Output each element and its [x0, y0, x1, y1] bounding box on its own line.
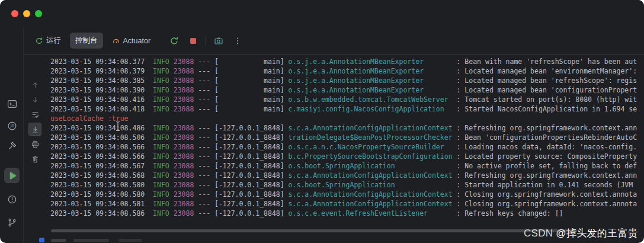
log-thread: --- [-127.0.0.1_8848] — [194, 181, 288, 189]
log-timestamp: 2023-03-15 09:34:08.390 — [50, 86, 153, 94]
rerun-button[interactable] — [168, 34, 181, 47]
rerun-icon — [35, 37, 43, 45]
log-level: INFO — [153, 86, 169, 94]
scroll-down-icon[interactable] — [28, 93, 41, 106]
tab-actuator[interactable]: Actuator — [107, 34, 156, 48]
log-logger: s.c.a.AnnotationConfigApplicationContext — [289, 200, 453, 208]
log-sep: : — [453, 162, 465, 170]
log-timestamp: 2023-03-15 09:34:08.580 — [50, 190, 153, 199]
log-message: Loading nacos data, dataId: 'nacos-confi… — [464, 143, 637, 151]
log-sep — [169, 143, 174, 151]
log-sep: : — [453, 57, 465, 66]
jrebel-icon[interactable]: JR — [4, 118, 20, 133]
log-pid: 23088 — [174, 95, 194, 104]
zoom-window-button[interactable] — [35, 10, 42, 17]
log-timestamp: 2023-03-15 09:34:08.581 — [50, 200, 153, 208]
log-timestamp: 2023-03-15 09:34:08.568 — [50, 171, 153, 180]
log-level: INFO — [153, 57, 169, 66]
log-message: Refreshing org.springframework.context.a… — [464, 124, 637, 132]
log-thread: --- [ main] — [194, 105, 288, 113]
log-level: INFO — [153, 76, 169, 85]
log-logger: o.s.j.e.a.AnnotationMBeanExporter — [289, 57, 453, 66]
print-icon[interactable] — [28, 138, 41, 151]
more-options-icon — [233, 36, 242, 46]
log-level: INFO — [153, 105, 169, 113]
console-log: 2023-03-15 09:34:08.377 INFO 23088 --- [… — [50, 57, 644, 218]
log-message: Located managed bean 'refreshScope': reg… — [464, 76, 637, 85]
log-logger: o.s.b.w.embedded.tomcat.TomcatWebServer — [289, 95, 453, 104]
log-level: INFO — [153, 171, 169, 180]
log-timestamp: 2023-03-15 09:34:08.506 — [50, 133, 153, 142]
log-message: Bean with name 'refreshScope' has been a… — [464, 57, 637, 66]
log-message: No active profile set, falling back to d… — [464, 162, 637, 170]
log-line: 2023-03-15 09:34:08.390 INFO 23088 --- [… — [50, 85, 644, 95]
log-logger: o.s.j.e.a.AnnotationMBeanExporter — [289, 86, 453, 94]
watermark-brand: CSDN — [524, 228, 556, 239]
git-branch-icon[interactable] — [4, 215, 20, 230]
log-timestamp: 2023-03-15 09:34:08.586 — [50, 209, 153, 218]
log-logger: trationDelegate$BeanPostProcessorChecker — [289, 133, 453, 142]
log-logger: c.masiyi.config.NacosConfigApplication — [289, 105, 453, 113]
log-line: 2023-03-15 09:34:08.416 INFO 23088 --- [… — [50, 95, 644, 104]
log-line: 2023-03-15 09:34:08.580 INFO 23088 --- [… — [50, 180, 644, 190]
tab-run-label: 运行 — [46, 36, 61, 46]
log-line: useLocalCache :true — [50, 114, 644, 123]
console-toolbar — [24, 55, 46, 243]
log-logger: o.s.boot.SpringApplication — [289, 162, 453, 170]
log-thread: --- [-127.0.0.1_8848] — [194, 133, 288, 142]
log-message: Tomcat started on port(s): 8080 (http) w… — [464, 95, 637, 104]
horizontal-scrollbar[interactable] — [51, 229, 577, 232]
thread-dump-button[interactable] — [212, 34, 225, 47]
log-line: 2023-03-15 09:34:08.580 INFO 23088 --- [… — [50, 190, 644, 199]
titlebar — [0, 0, 644, 27]
log-line: 2023-03-15 09:34:08.568 INFO 23088 --- [… — [50, 171, 644, 180]
build-tool-icon[interactable] — [4, 138, 20, 154]
log-pid: 23088 — [174, 76, 194, 85]
watermark: CSDN @掉头发的王富贵 — [524, 226, 638, 240]
stop-button[interactable] — [187, 34, 200, 47]
log-thread: --- [-127.0.0.1_8848] — [194, 209, 288, 218]
soft-wrap-icon[interactable] — [28, 108, 41, 121]
log-message: Started NacosConfigApplication in 1.694 … — [464, 105, 637, 113]
tab-run[interactable]: 运行 — [30, 33, 66, 49]
console-output[interactable]: 2023-03-15 09:34:08.377 INFO 23088 --- [… — [46, 55, 644, 243]
log-sep — [169, 152, 174, 161]
problems-icon[interactable] — [4, 191, 20, 207]
close-window-button[interactable] — [11, 10, 18, 17]
log-level: INFO — [153, 124, 169, 132]
statusbar-partial-item — [51, 239, 66, 242]
minimize-window-button[interactable] — [23, 10, 30, 17]
actuator-gauge-icon — [112, 37, 120, 45]
log-pid: 23088 — [174, 143, 194, 151]
log-message: Closing org.springframework.context.anno… — [464, 200, 637, 208]
log-sep — [169, 86, 174, 94]
log-sep: : — [453, 152, 465, 161]
scroll-up-icon[interactable] — [28, 78, 41, 91]
log-timestamp: 2023-03-15 09:34:08.567 — [50, 162, 153, 170]
rerun-icon — [169, 36, 179, 46]
log-pid: 23088 — [174, 181, 194, 189]
run-header: 运行 控制台 Actuator — [24, 27, 644, 55]
log-sep: : — [453, 95, 465, 104]
log-pid: 23088 — [174, 133, 194, 142]
log-line: 2023-03-15 09:34:08.385 INFO 23088 --- [… — [50, 76, 644, 85]
log-message: Refresh keys changed: [] — [464, 209, 563, 218]
log-thread: --- [-127.0.0.1_8848] — [194, 124, 288, 132]
run-tool-window-icon[interactable] — [4, 168, 20, 183]
log-level: INFO — [153, 162, 169, 170]
log-pid: 23088 — [174, 86, 194, 94]
log-sep — [169, 171, 174, 180]
clear-all-icon[interactable] — [28, 152, 41, 165]
scroll-to-end-icon[interactable] — [28, 123, 41, 136]
more-options-button[interactable] — [231, 34, 244, 47]
text-cursor — [115, 121, 121, 134]
tab-console[interactable]: 控制台 — [70, 33, 103, 49]
log-sep — [169, 57, 174, 66]
tab-actuator-label: Actuator — [123, 37, 151, 45]
log-level: INFO — [153, 190, 169, 199]
watermark-author: @掉头发的王富贵 — [556, 228, 638, 239]
log-timestamp: 2023-03-15 09:34:08.566 — [50, 152, 153, 161]
log-line: 2023-03-15 09:34:08.379 INFO 23088 --- [… — [50, 66, 644, 76]
log-pid: 23088 — [174, 67, 194, 75]
terminal-icon[interactable] — [4, 96, 20, 111]
